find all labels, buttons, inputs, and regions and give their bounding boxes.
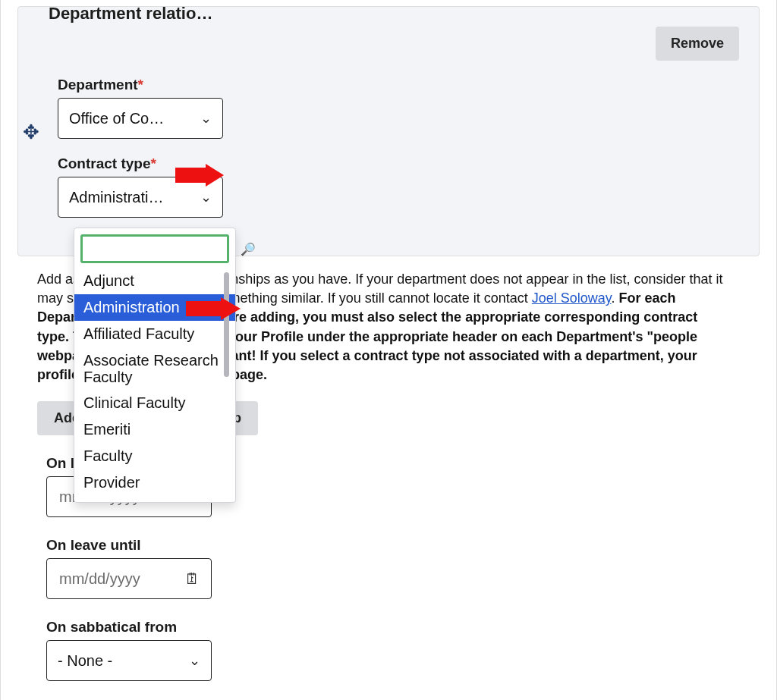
svg-marker-1	[186, 297, 241, 320]
department-select[interactable]: Office of Co… ⌄	[58, 98, 223, 139]
dropdown-search[interactable]: 🔍	[80, 234, 229, 263]
search-icon: 🔍	[241, 242, 256, 256]
remove-button[interactable]: Remove	[656, 27, 739, 61]
arrow-annotation-icon	[175, 164, 224, 187]
on-sabbatical-from-select[interactable]: - None - ⌄	[46, 640, 212, 681]
chevron-down-icon: ⌄	[200, 189, 212, 206]
dropdown-option-clinical-faculty[interactable]: Clinical Faculty	[74, 390, 235, 416]
required-asterisk: *	[150, 155, 156, 171]
on-leave-until-field: On leave until mm/dd/yyyy 🗓	[46, 537, 212, 599]
date-placeholder: mm/dd/yyyy	[59, 570, 140, 588]
calendar-icon: 🗓	[184, 570, 199, 588]
on-leave-until-label: On leave until	[46, 537, 212, 554]
contract-type-dropdown: 🔍 Adjunct Administration Affiliated Facu…	[74, 228, 236, 503]
on-sabbatical-from-field: On sabbatical from - None - ⌄	[46, 619, 212, 681]
scrollbar[interactable]	[224, 272, 229, 377]
dropdown-search-input[interactable]	[89, 242, 241, 256]
entry-title: Department relatio…	[49, 4, 212, 24]
drag-handle-icon[interactable]: ✥	[23, 121, 39, 144]
contact-link[interactable]: Joel Soloway	[532, 290, 612, 306]
dropdown-option-adjunct[interactable]: Adjunct	[74, 268, 235, 294]
department-field: Department* Office of Co… ⌄	[58, 77, 223, 139]
dropdown-option-provider[interactable]: Provider	[74, 469, 235, 496]
on-sabbatical-from-value: - None -	[58, 652, 112, 670]
dropdown-option-affiliated-faculty[interactable]: Affiliated Faculty	[74, 321, 235, 347]
dropdown-option-emeriti[interactable]: Emeriti	[74, 416, 235, 443]
contract-type-value: Administrati…	[69, 189, 163, 206]
arrow-annotation-icon	[186, 297, 241, 320]
chevron-down-icon: ⌄	[189, 652, 200, 669]
dropdown-option-associate-research-faculty[interactable]: Associate Research Faculty	[74, 347, 235, 390]
on-sabbatical-from-label: On sabbatical from	[46, 619, 212, 636]
chevron-down-icon: ⌄	[200, 110, 212, 127]
required-asterisk: *	[138, 77, 143, 93]
department-label: Department*	[58, 77, 223, 93]
on-leave-until-input[interactable]: mm/dd/yyyy 🗓	[46, 558, 212, 599]
svg-marker-0	[175, 164, 224, 187]
dropdown-option-faculty[interactable]: Faculty	[74, 443, 235, 469]
department-relationship-entry: Department relatio… Remove ✥ Department*…	[17, 6, 760, 256]
department-value: Office of Co…	[69, 110, 164, 127]
